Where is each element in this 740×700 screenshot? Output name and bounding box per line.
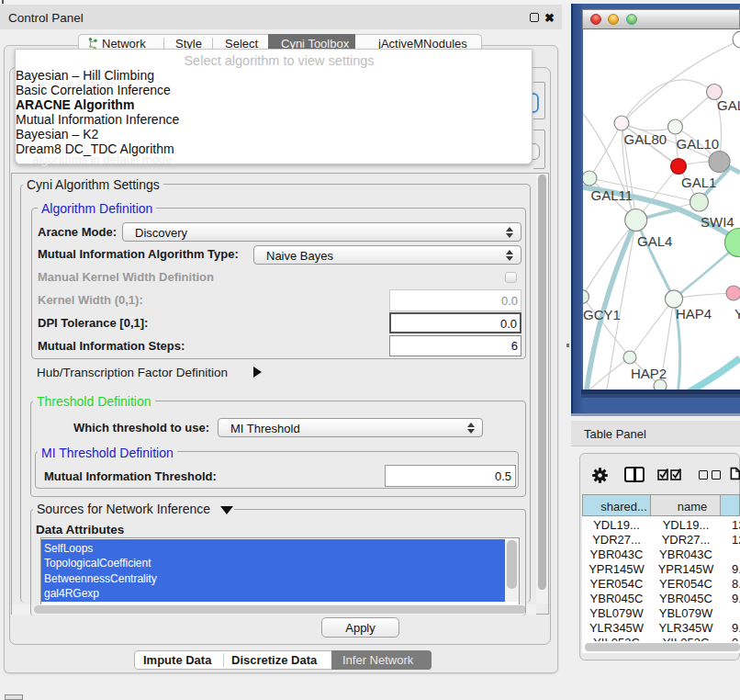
svg-text:GCY1: GCY1: [583, 307, 621, 322]
svg-text:GAL80: GAL80: [624, 131, 667, 147]
svg-text:SWI4: SWI4: [701, 214, 734, 230]
svg-text:Y: Y: [734, 306, 740, 322]
svg-text:GAL4: GAL4: [637, 233, 672, 249]
svg-text:GAL1: GAL1: [681, 175, 716, 190]
svg-text:HAP2: HAP2: [631, 366, 667, 381]
svg-text:GAL7: GAL7: [717, 97, 740, 113]
svg-text:HAP4: HAP4: [676, 306, 712, 322]
svg-text:GAL11: GAL11: [591, 187, 633, 203]
svg-text:GAL10: GAL10: [677, 136, 720, 152]
